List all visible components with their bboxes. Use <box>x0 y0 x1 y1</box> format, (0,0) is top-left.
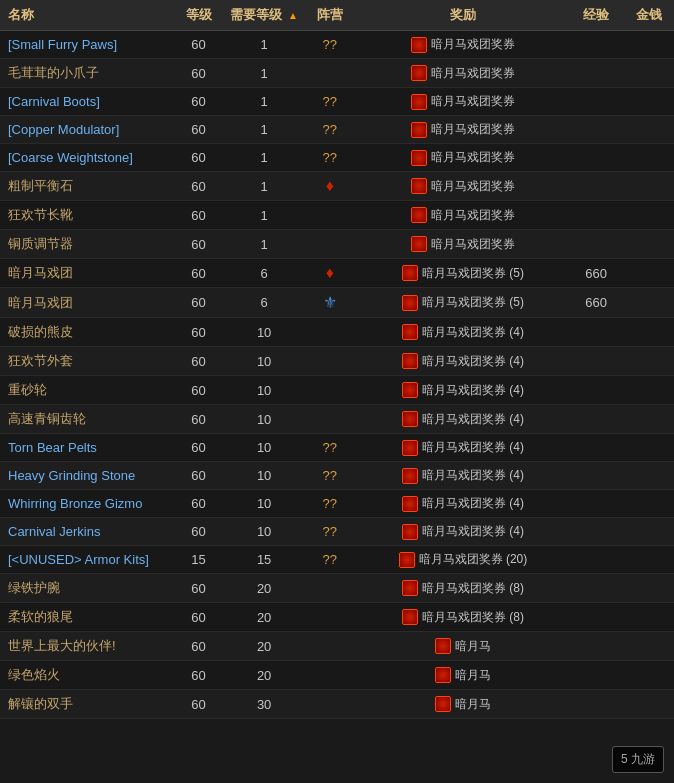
reward-icon <box>411 178 427 194</box>
cell-req-level: 10 <box>226 490 302 518</box>
cell-exp <box>568 347 623 376</box>
reward-text: 暗月马 <box>455 638 491 655</box>
cell-name[interactable]: Torn Bear Pelts <box>0 434 171 462</box>
cell-name[interactable]: 狂欢节长靴 <box>0 201 171 230</box>
cell-reward: 暗月马戏团奖券 (20) <box>357 546 568 574</box>
reward-text: 暗月马 <box>455 667 491 684</box>
cell-name[interactable]: 高速青铜齿轮 <box>0 405 171 434</box>
cell-req-level: 1 <box>226 144 302 172</box>
cell-level: 60 <box>171 318 226 347</box>
reward-icon <box>411 65 427 81</box>
cell-req-level: 1 <box>226 116 302 144</box>
cell-exp: 660 <box>568 259 623 288</box>
cell-faction: ?? <box>302 31 357 59</box>
cell-req-level: 10 <box>226 318 302 347</box>
cell-name[interactable]: [<UNUSED> Armor Kits] <box>0 546 171 574</box>
horde-icon: ♦ <box>326 177 334 194</box>
cell-level: 15 <box>171 546 226 574</box>
cell-exp <box>568 518 623 546</box>
cell-exp <box>568 201 623 230</box>
cell-faction: ♦ <box>302 172 357 201</box>
cell-exp <box>568 88 623 116</box>
table-row: 高速青铜齿轮6010暗月马戏团奖券 (4) <box>0 405 674 434</box>
cell-name[interactable]: Whirring Bronze Gizmo <box>0 490 171 518</box>
reward-text: 暗月马戏团奖券 (4) <box>422 467 524 484</box>
reward-icon <box>402 580 418 596</box>
reward-text: 暗月马戏团奖券 (4) <box>422 411 524 428</box>
cell-name[interactable]: 粗制平衡石 <box>0 172 171 201</box>
cell-faction <box>302 405 357 434</box>
reward-text: 暗月马戏团奖券 (4) <box>422 439 524 456</box>
cell-name[interactable]: 破损的熊皮 <box>0 318 171 347</box>
cell-level: 60 <box>171 518 226 546</box>
cell-name[interactable]: 铜质调节器 <box>0 230 171 259</box>
cell-level: 60 <box>171 88 226 116</box>
cell-level: 60 <box>171 259 226 288</box>
cell-req-level: 15 <box>226 546 302 574</box>
cell-faction: ?? <box>302 88 357 116</box>
cell-reward: 暗月马戏团奖券 (5) <box>357 288 568 318</box>
cell-req-level: 20 <box>226 632 302 661</box>
cell-name[interactable]: 暗月马戏团 <box>0 288 171 318</box>
reward-text: 暗月马戏团奖券 (4) <box>422 324 524 341</box>
cell-req-level: 10 <box>226 518 302 546</box>
reward-text: 暗月马戏团奖券 (4) <box>422 353 524 370</box>
cell-faction: ♦ <box>302 259 357 288</box>
cell-faction: ?? <box>302 518 357 546</box>
cell-gold <box>624 405 674 434</box>
cell-faction: ?? <box>302 462 357 490</box>
cell-req-level: 10 <box>226 347 302 376</box>
cell-level: 60 <box>171 116 226 144</box>
cell-reward: 暗月马戏团奖券 (4) <box>357 490 568 518</box>
watermark-icon: 5 <box>621 752 628 766</box>
cell-faction: ?? <box>302 434 357 462</box>
table-row: 狂欢节长靴601暗月马戏团奖券 <box>0 201 674 230</box>
table-row: Torn Bear Pelts6010??暗月马戏团奖券 (4) <box>0 434 674 462</box>
cell-exp <box>568 172 623 201</box>
reward-icon <box>435 667 451 683</box>
reward-text: 暗月马戏团奖券 <box>431 207 515 224</box>
reward-text: 暗月马戏团奖券 (4) <box>422 382 524 399</box>
reward-icon <box>402 265 418 281</box>
cell-level: 60 <box>171 31 226 59</box>
cell-name[interactable]: 狂欢节外套 <box>0 347 171 376</box>
cell-req-level: 1 <box>226 59 302 88</box>
cell-gold <box>624 546 674 574</box>
cell-exp <box>568 116 623 144</box>
reward-icon <box>411 37 427 53</box>
reward-icon <box>402 496 418 512</box>
cell-name[interactable]: Heavy Grinding Stone <box>0 462 171 490</box>
cell-gold <box>624 116 674 144</box>
cell-name[interactable]: [Coarse Weightstone] <box>0 144 171 172</box>
cell-req-level: 1 <box>226 201 302 230</box>
table-row: Heavy Grinding Stone6010??暗月马戏团奖券 (4) <box>0 462 674 490</box>
cell-name[interactable]: [Carnival Boots] <box>0 88 171 116</box>
cell-name[interactable]: [Copper Modulator] <box>0 116 171 144</box>
cell-name[interactable]: 毛茸茸的小爪子 <box>0 59 171 88</box>
reward-icon <box>402 353 418 369</box>
table-row: 绿色焰火6020暗月马 <box>0 661 674 690</box>
cell-level: 60 <box>171 201 226 230</box>
reward-icon <box>402 440 418 456</box>
cell-exp <box>568 661 623 690</box>
table-row: [<UNUSED> Armor Kits]1515??暗月马戏团奖券 (20) <box>0 546 674 574</box>
cell-faction <box>302 230 357 259</box>
cell-name[interactable]: 重砂轮 <box>0 376 171 405</box>
cell-exp <box>568 434 623 462</box>
header-req-level[interactable]: 需要等级 ▲ <box>226 0 302 31</box>
reward-text: 暗月马戏团奖券 <box>431 65 515 82</box>
cell-name[interactable]: 暗月马戏团 <box>0 259 171 288</box>
cell-name[interactable]: 柔软的狼尾 <box>0 603 171 632</box>
cell-name[interactable]: 世界上最大的伙伴! <box>0 632 171 661</box>
cell-name[interactable]: 解镶的双手 <box>0 690 171 719</box>
cell-name[interactable]: Carnival Jerkins <box>0 518 171 546</box>
cell-reward: 暗月马 <box>357 632 568 661</box>
cell-level: 60 <box>171 172 226 201</box>
cell-name[interactable]: 绿色焰火 <box>0 661 171 690</box>
cell-faction <box>302 632 357 661</box>
horde-icon: ♦ <box>326 264 334 281</box>
cell-name[interactable]: 绿铁护腕 <box>0 574 171 603</box>
cell-req-level: 6 <box>226 259 302 288</box>
cell-reward: 暗月马戏团奖券 <box>357 172 568 201</box>
cell-name[interactable]: [Small Furry Paws] <box>0 31 171 59</box>
